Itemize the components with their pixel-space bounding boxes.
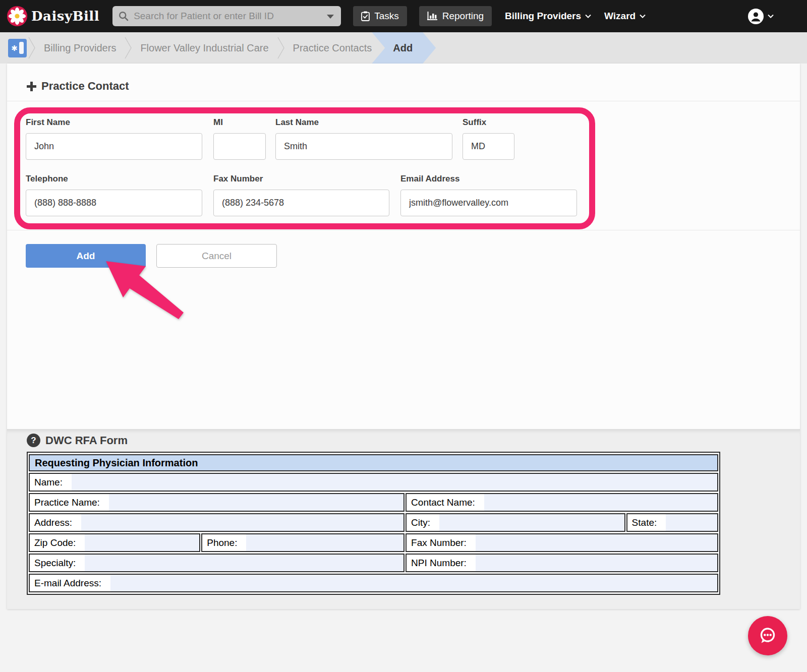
help-icon[interactable]: ?: [27, 434, 40, 447]
breadcrumb-separator-icon: [276, 32, 286, 64]
nav-wizard[interactable]: Wizard: [604, 11, 646, 22]
billing-providers-label: Billing Providers: [505, 11, 581, 22]
page-title: Practice Contact: [27, 80, 129, 93]
rfa-preview-section: ? DWC RFA Form Requesting Physician Info…: [7, 429, 800, 609]
reporting-icon: [427, 12, 438, 21]
rfa-cell-npi: NPI Number:: [406, 554, 718, 572]
email-label: Email Address: [400, 174, 459, 184]
nav-billing-providers[interactable]: Billing Providers: [505, 11, 591, 22]
breadcrumb-flower-valley[interactable]: Flower Valley Industrial Care: [133, 32, 275, 64]
rfa-cell-fax: Fax Number:: [406, 533, 718, 552]
brand-logo[interactable]: DaisyBill: [7, 6, 99, 26]
account-menu[interactable]: [748, 9, 774, 24]
breadcrumb: ✱ Billing Providers Flower Valley Indust…: [0, 32, 807, 64]
main-content-card: Practice Contact First Name MI Last Name…: [7, 64, 800, 609]
fax-label: Fax Number: [213, 174, 263, 184]
telephone-field[interactable]: [26, 190, 202, 216]
breadcrumb-separator-icon: [123, 32, 133, 64]
chevron-down-icon: [640, 14, 646, 18]
rfa-cell-contact-name: Contact Name:: [406, 493, 718, 512]
breadcrumb-practice-contacts[interactable]: Practice Contacts: [286, 32, 379, 64]
search-dropdown-caret-icon[interactable]: [327, 15, 334, 19]
rfa-section-title: ? DWC RFA Form: [27, 434, 128, 447]
suffix-field[interactable]: [463, 133, 514, 160]
top-navbar: DaisyBill Tasks Reporting Billing Provid…: [0, 0, 807, 32]
rfa-cell-name: Name:: [29, 473, 718, 492]
search-input[interactable]: [112, 6, 341, 26]
telephone-label: Telephone: [26, 174, 68, 184]
search-icon: [119, 11, 129, 21]
rfa-cell-address: Address:: [29, 513, 405, 532]
add-button[interactable]: Add: [26, 244, 146, 268]
chevron-down-icon: [768, 14, 774, 18]
plus-icon: [27, 82, 36, 91]
rfa-cell-phone: Phone:: [201, 533, 405, 552]
wizard-label: Wizard: [604, 11, 636, 22]
breadcrumb-separator-icon: [27, 32, 37, 64]
rfa-cell-city: City:: [406, 513, 625, 532]
reporting-button[interactable]: Reporting: [419, 6, 492, 26]
email-field[interactable]: [400, 190, 577, 216]
suffix-label: Suffix: [463, 117, 486, 128]
breadcrumb-app-icon[interactable]: ✱: [8, 39, 27, 57]
rfa-cell-practice-name: Practice Name:: [29, 493, 405, 512]
title-divider: [7, 101, 800, 101]
breadcrumb-billing-providers[interactable]: Billing Providers: [37, 32, 123, 64]
reporting-label: Reporting: [442, 11, 484, 22]
rfa-cell-state: State:: [626, 513, 718, 532]
last-name-label: Last Name: [275, 117, 319, 128]
chevron-down-icon: [585, 14, 591, 18]
mi-label: MI: [213, 117, 223, 128]
tasks-label: Tasks: [374, 11, 399, 22]
rfa-cell-zip: Zip Code:: [29, 533, 200, 552]
first-name-field[interactable]: [26, 133, 202, 160]
form-divider: [7, 230, 800, 230]
chat-launcher-button[interactable]: [748, 616, 787, 655]
cancel-button[interactable]: Cancel: [156, 244, 277, 268]
rfa-table-header: Requesting Physician Information: [29, 454, 718, 471]
rfa-title-text: DWC RFA Form: [45, 434, 128, 447]
mi-field[interactable]: [213, 133, 266, 160]
chat-bubble-icon: [757, 625, 779, 647]
daisy-logo-icon: [7, 6, 27, 26]
user-avatar-icon: [748, 9, 764, 24]
tasks-icon: [361, 11, 370, 21]
first-name-label: First Name: [26, 117, 70, 128]
rfa-form-table: Requesting Physician Information Name: P…: [27, 452, 720, 595]
rfa-cell-specialty: Specialty:: [29, 554, 405, 572]
patient-search: [112, 6, 341, 26]
page-title-text: Practice Contact: [41, 80, 129, 93]
last-name-field[interactable]: [275, 133, 452, 160]
card-bar-icon: [19, 42, 24, 54]
asterisk-icon: ✱: [11, 44, 18, 52]
breadcrumb-add-active[interactable]: Add: [372, 32, 436, 64]
fax-field[interactable]: [213, 190, 389, 216]
brand-name: DaisyBill: [31, 9, 99, 24]
tasks-button[interactable]: Tasks: [353, 6, 407, 26]
rfa-cell-email: E-mail Address:: [29, 574, 718, 592]
